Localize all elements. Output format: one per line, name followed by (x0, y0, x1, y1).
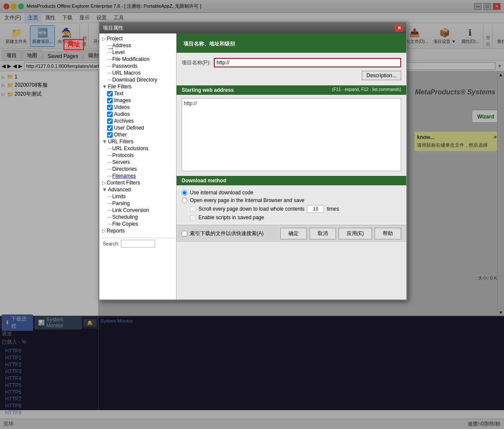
name-label: 项目名称(P): (182, 59, 210, 66)
tree-dash-23: — (107, 193, 112, 199)
modal-tree-item-24[interactable]: — Parsing (106, 200, 174, 207)
tree-label-18: Servers (112, 159, 130, 165)
modal-tree-item-12[interactable]: Archives (106, 118, 174, 124)
modal-titlebar: 项目属性 ✕ (99, 22, 406, 33)
scripts-checkbox-row: Enable scripts in saved page (190, 214, 401, 221)
filter-checkbox-14[interactable] (107, 132, 113, 138)
filter-checkbox-11[interactable] (107, 112, 113, 117)
download-method-section: Use internal download code Open every pa… (177, 185, 406, 225)
modal-tree-item-21[interactable]: ▷Content Filters (101, 179, 174, 186)
tree-dash-6: — (107, 77, 112, 83)
filter-checkbox-10[interactable] (107, 105, 113, 110)
tree-dash-3: — (107, 56, 112, 62)
modal-tree-item-27[interactable]: — File Copies (106, 221, 174, 227)
tree-label-24: Parsing (112, 200, 130, 206)
apply-button[interactable]: 应用(E) (339, 228, 372, 239)
modal-tree-item-2[interactable]: — Level (106, 49, 174, 56)
scripts-checkbox[interactable] (190, 215, 196, 221)
modal-tree-item-15[interactable]: ▼URL Filters (101, 138, 174, 145)
expand-icon-22: ▼ (102, 187, 107, 193)
modal-tree-item-1[interactable]: — Address (106, 42, 174, 49)
modal-tree-item-6[interactable]: — Download Directory (106, 76, 174, 83)
radio-browser-label: Open every page in the Internal Browser … (190, 197, 305, 203)
modal-tree-item-7[interactable]: ▼File Filters (101, 83, 174, 90)
tree-label-23: Limits (112, 193, 126, 199)
tree-label-5: URL Macros (112, 70, 141, 76)
tree-dash-4: — (107, 63, 112, 69)
modal-tree-item-26[interactable]: — Scheduling (106, 214, 174, 221)
tree-dash-17: — (107, 152, 112, 158)
modal-body: ▷Project— Address— Level— File Modificat… (99, 33, 406, 299)
name-row: 项目名称(P): (182, 56, 401, 69)
tree-label-8: Text (114, 91, 123, 97)
starting-address-content: http:// (177, 95, 406, 176)
modal-tree-item-4[interactable]: — Passwords (106, 63, 174, 69)
modal-tree-item-11[interactable]: Audios (106, 111, 174, 118)
modal-tree-item-19[interactable]: — Directories (106, 166, 174, 172)
filter-checkbox-8[interactable] (107, 91, 113, 97)
tree-label-21: Content Filters (107, 180, 140, 186)
cancel-button[interactable]: 取消 (309, 228, 336, 239)
tree-label-28: Reports (107, 228, 125, 234)
modal-tree-item-25[interactable]: — Link Conversion (106, 207, 174, 214)
tree-label-9: Images (114, 97, 131, 103)
starting-address-textarea[interactable]: http:// (182, 98, 401, 171)
radio-browser-input[interactable] (182, 198, 187, 203)
scroll-checkbox[interactable] (190, 206, 196, 212)
tree-dash-18: — (107, 159, 112, 165)
description-button[interactable]: Description... (362, 71, 401, 80)
modal-tree: ▷Project— Address— Level— File Modificat… (99, 33, 177, 299)
modal-tree-item-8[interactable]: Text (106, 90, 174, 97)
search-label: Search: (103, 241, 119, 246)
filter-checkbox-13[interactable] (107, 125, 113, 131)
scripts-label: Enable scripts in saved page (198, 214, 264, 221)
ok-button[interactable]: 确定 (280, 228, 307, 239)
modal-tree-item-23[interactable]: — Limits (106, 193, 174, 200)
filter-checkbox-9[interactable] (107, 98, 113, 103)
tree-dash-25: — (107, 207, 112, 213)
radio-browser: Open every page in the Internal Browser … (182, 196, 401, 204)
red-arrow: → (106, 43, 115, 53)
modal-tree-item-3[interactable]: — File Modification (106, 56, 174, 63)
tree-label-6: Download Directory (112, 77, 157, 83)
expand-icon-7: ▼ (102, 84, 107, 90)
download-method-title: Download method (177, 176, 406, 185)
modal-tree-item-14[interactable]: Other (106, 131, 174, 138)
tree-label-0: Project (107, 36, 123, 42)
tree-label-19: Directories (112, 166, 137, 172)
modal-tree-item-13[interactable]: User Defined (106, 124, 174, 131)
modal-close-button[interactable]: ✕ (395, 24, 403, 31)
modal-tree-item-10[interactable]: Videos (106, 104, 174, 111)
help-button[interactable]: 帮助 (375, 228, 401, 239)
search-input[interactable] (121, 240, 155, 248)
filter-checkbox-12[interactable] (107, 118, 113, 124)
modal-tree-item-5[interactable]: — URL Macros (106, 69, 174, 76)
radio-internal-input[interactable] (182, 190, 187, 196)
times-input[interactable] (307, 205, 324, 213)
tree-label-25: Link Conversion (112, 207, 149, 213)
radio-internal: Use internal download code (182, 189, 401, 196)
tree-label-10: Videos (114, 104, 129, 110)
modal-tree-item-9[interactable]: Images (106, 97, 174, 104)
starting-address-title: Starting web address (F11 - expand, F12 … (177, 85, 406, 95)
modal-header: 项目名称、地址和级别 网址 → (177, 33, 406, 53)
modal-tree-item-17[interactable]: — Protocols (106, 152, 174, 159)
modal-tree-item-20[interactable]: — Filenames (106, 172, 174, 179)
project-properties-modal: 项目属性 ✕ ▷Project— Address— Level— File Mo… (99, 21, 407, 300)
index-checkbox[interactable] (182, 231, 187, 236)
modal-tree-item-18[interactable]: — Servers (106, 159, 174, 166)
scroll-checkbox-row: Scroll every page down to load whole con… (190, 204, 401, 214)
modal-tree-item-0[interactable]: ▷Project (101, 35, 174, 42)
modal-footer: 索引下载的文件以供快速搜索(A) 确定 取消 应用(E) 帮助 (177, 225, 406, 242)
tree-label-22: Advanced (108, 187, 131, 193)
tree-label-14: Other (114, 132, 127, 138)
modal-tree-item-16[interactable]: — URL Exclusions (106, 145, 174, 152)
tree-dash-26: — (107, 214, 112, 220)
modal-tree-item-28[interactable]: ▷Reports (101, 227, 174, 234)
tree-dash-24: — (107, 200, 112, 206)
expand-icon-15: ▼ (102, 139, 107, 145)
modal-tree-item-22[interactable]: ▼Advanced (101, 186, 174, 193)
footer-left: 索引下载的文件以供快速搜索(A) (182, 230, 264, 237)
times-label: times (327, 206, 339, 212)
name-input[interactable] (214, 58, 401, 67)
